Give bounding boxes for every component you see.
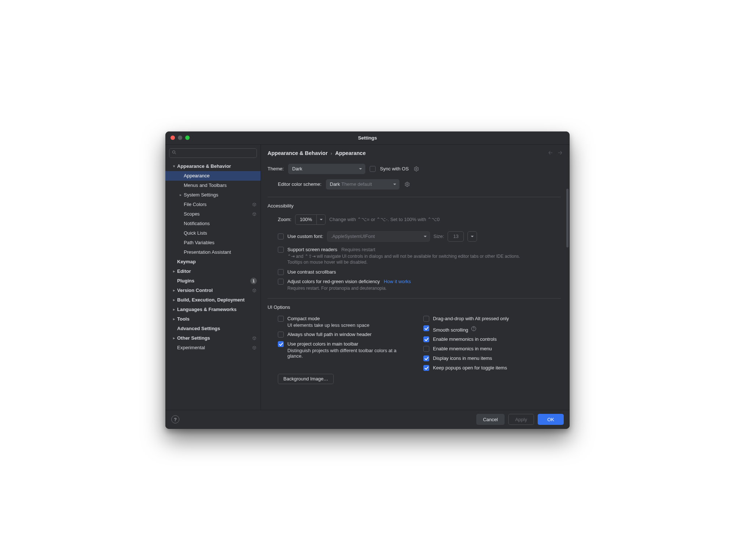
tree-item[interactable]: Experimental [165, 343, 261, 353]
zoom-window-icon[interactable] [185, 136, 190, 140]
checkbox-label: Display icons in menu items [433, 355, 492, 361]
scrollbar-thumb[interactable] [566, 189, 569, 248]
tree-item-label: Path Variables [184, 240, 257, 245]
tree-item-label: Version Control [177, 288, 252, 293]
sync-os-checkbox[interactable] [370, 166, 376, 172]
tree-item[interactable]: ▸System Settings [165, 190, 261, 200]
minimize-window-icon[interactable] [178, 136, 182, 140]
tree-item[interactable]: ▸Tools [165, 314, 261, 324]
theme-select[interactable]: Dark [288, 164, 365, 174]
tree-item[interactable]: ▸Other Settings [165, 333, 261, 343]
help-icon[interactable]: ? [171, 415, 179, 423]
custom-font-row: Use custom font: .AppleSystemUIFont Size… [278, 231, 561, 242]
caret-icon: ▸ [171, 317, 176, 321]
font-size-value: 13 [453, 234, 458, 239]
tree-item[interactable]: Appearance [165, 171, 261, 181]
checkbox[interactable] [423, 355, 429, 361]
checkbox-row: Always show full path in window header [278, 332, 398, 337]
help-icon[interactable] [470, 325, 477, 332]
custom-font-select[interactable]: .AppleSystemUIFont [327, 231, 430, 242]
checkbox-desc: UI elements take up less screen space [287, 322, 369, 328]
editor-scheme-gear-icon[interactable] [404, 181, 410, 188]
theme-value: Dark [292, 166, 302, 171]
ok-button[interactable]: OK [538, 414, 564, 425]
checkbox-row: Display icons in menu items [423, 355, 509, 361]
search-input[interactable] [169, 148, 257, 158]
editor-scheme-select[interactable]: Dark Theme default [326, 179, 399, 189]
zoom-caret-icon[interactable] [316, 215, 325, 224]
background-image-button[interactable]: Background Image… [278, 374, 334, 384]
tree-item[interactable]: ▸Editor [165, 267, 261, 276]
checkbox-row: Enable mnemonics in controls [423, 336, 509, 342]
tree-item-label: Presentation Assistant [184, 249, 257, 255]
checkbox-label: Use project colors in main toolbar [287, 341, 358, 347]
tree-item[interactable]: ▾Appearance & Behavior [165, 162, 261, 171]
project-scope-icon [252, 345, 257, 350]
zoom-select[interactable]: 100% [295, 214, 326, 225]
contrast-scrollbars-checkbox[interactable] [278, 269, 284, 275]
how-it-works-link[interactable]: How it works [384, 279, 411, 284]
screen-readers-desc: ⌃⇥ and ⌃⇧⇥ will navigate UI controls in … [287, 253, 530, 266]
zoom-label: Zoom: [278, 217, 291, 222]
project-scope-icon [252, 202, 257, 207]
tree-item[interactable]: ▸Build, Execution, Deployment [165, 295, 261, 305]
sync-gear-icon[interactable] [413, 166, 420, 172]
count-badge: 1 [250, 278, 257, 284]
checkbox[interactable] [423, 316, 429, 322]
screen-readers-checkbox[interactable] [278, 247, 284, 253]
nav-forward-icon[interactable] [557, 150, 563, 157]
tree-item-label: Languages & Frameworks [177, 307, 257, 312]
caret-icon: ▸ [171, 307, 176, 311]
font-size-input[interactable]: 13 [448, 231, 464, 242]
tree-item[interactable]: Path Variables [165, 238, 261, 248]
svg-point-7 [474, 330, 474, 330]
checkbox[interactable] [278, 332, 284, 337]
svg-point-0 [172, 151, 175, 153]
apply-button: Apply [508, 414, 534, 425]
tree-item[interactable]: Plugins1 [165, 276, 261, 286]
tree-item-label: Build, Execution, Deployment [177, 297, 257, 303]
caret-icon: ▸ [171, 336, 176, 340]
tree-item[interactable]: Advanced Settings [165, 324, 261, 333]
tree-item[interactable]: ▸Version Control [165, 286, 261, 295]
breadcrumb-root[interactable]: Appearance & Behavior [268, 150, 328, 156]
section-accessibility: Accessibility [268, 203, 561, 209]
close-window-icon[interactable] [171, 136, 175, 140]
screen-readers-badge: Requires restart [341, 247, 375, 252]
tree-item[interactable]: Keymap [165, 257, 261, 267]
checkbox[interactable] [278, 316, 284, 322]
color-deficiency-checkbox[interactable] [278, 279, 284, 285]
tree-item[interactable]: Notifications [165, 219, 261, 228]
font-size-label: Size: [434, 234, 444, 239]
checkbox-row: Use project colors in main toolbarDistin… [278, 341, 398, 359]
cancel-button[interactable]: Cancel [476, 414, 504, 425]
tree-item-label: Appearance & Behavior [177, 163, 257, 169]
font-size-caret-icon[interactable] [468, 232, 477, 241]
custom-font-checkbox[interactable] [278, 234, 284, 239]
breadcrumb-separator: › [331, 151, 332, 156]
checkbox[interactable] [278, 341, 284, 347]
tree-item[interactable]: File Colors [165, 200, 261, 209]
tree-item[interactable]: ▸Languages & Frameworks [165, 305, 261, 314]
ui-options-left-col: Compact modeUI elements take up less scr… [278, 316, 398, 359]
zoom-hint: Change with ⌃⌥= or ⌃⌥-. Set to 100% with… [329, 217, 440, 222]
font-size-stepper[interactable] [467, 231, 477, 242]
tree-item[interactable]: Quick Lists [165, 228, 261, 238]
project-scope-icon [252, 336, 257, 341]
project-scope-icon [252, 288, 257, 293]
tree-item-label: Advanced Settings [177, 326, 257, 331]
nav-back-icon[interactable] [548, 150, 553, 157]
checkbox[interactable] [423, 365, 429, 371]
checkbox[interactable] [423, 336, 429, 342]
checkbox[interactable] [423, 346, 429, 352]
content: Theme: Dark Sync with OS Editor color sc… [261, 162, 570, 410]
svg-point-5 [406, 184, 408, 185]
checkbox-label: Drag-and-drop with Alt pressed only [433, 316, 509, 321]
section-ui-options: UI Options [268, 304, 561, 310]
tree-item[interactable]: Scopes [165, 209, 261, 219]
caret-icon: ▸ [171, 298, 176, 302]
tree-item[interactable]: Menus and Toolbars [165, 181, 261, 190]
tree-item[interactable]: Presentation Assistant [165, 248, 261, 257]
checkbox[interactable] [423, 325, 429, 331]
search-field[interactable] [179, 150, 254, 156]
